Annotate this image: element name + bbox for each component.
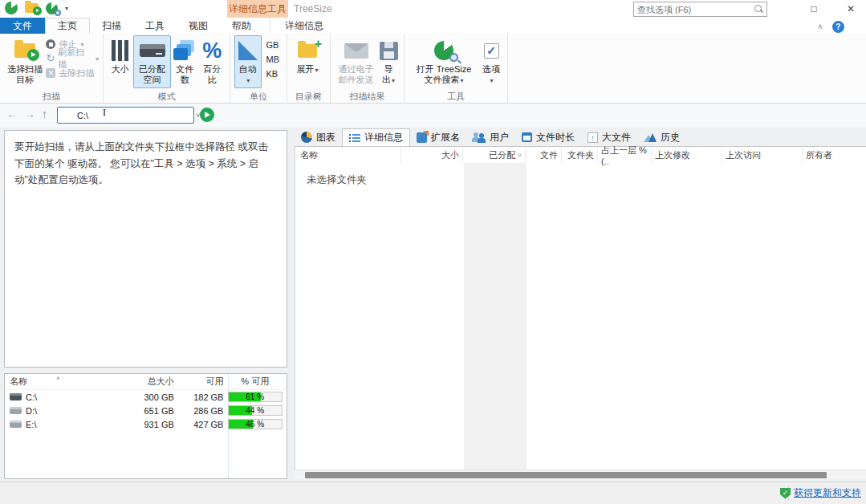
horizontal-scrollbar[interactable]	[295, 469, 866, 479]
send-email-button[interactable]: 通过电子邮件发送	[335, 35, 377, 88]
back-icon[interactable]: ←	[6, 108, 18, 120]
scrollbar-thumb[interactable]	[305, 472, 827, 478]
scan-folder-icon[interactable]	[25, 3, 39, 13]
ribbon-group-tree: 展开▾ 目录树	[287, 34, 331, 103]
ribbon-group-scan: 选择扫描目标 停止 ▾ ↻ 刷新扫描 ▾ ✕ 去除扫描 扫描	[0, 34, 104, 103]
get-updates-link[interactable]: 获得更新和支持	[794, 486, 861, 500]
drives-col-total[interactable]: 总大小	[120, 376, 174, 388]
col-last-accessed[interactable]: 上次访问	[722, 147, 803, 163]
tab-users[interactable]: 用户	[466, 128, 515, 146]
find-options-searchbox[interactable]	[633, 2, 767, 17]
start-scan-button[interactable]	[200, 108, 214, 122]
export-button[interactable]: 导出▾	[377, 35, 400, 88]
drive-row-d[interactable]: D:\ 651 GB 286 GB 44 %	[5, 404, 287, 417]
group-label-mode: 模式	[104, 91, 230, 103]
dropdown-caret-icon: ▾	[96, 55, 99, 63]
ruler-triangle-icon	[238, 41, 258, 60]
options-checkbox-icon: ✓	[484, 43, 499, 59]
select-scan-target-button[interactable]: 选择扫描目标	[4, 35, 46, 88]
select-scan-target-icon	[14, 43, 35, 58]
col-files[interactable]: 文件	[526, 147, 562, 163]
column-chevron-icon[interactable]: ˅	[518, 152, 522, 159]
mode-size-button[interactable]: 大小	[108, 35, 133, 88]
allocated-drive-icon	[140, 44, 165, 57]
results-tab-bar: 图表 详细信息 扩展名 用户 文件时长 ↑大文件 历史	[295, 128, 866, 146]
forward-icon[interactable]: →	[24, 108, 35, 120]
percent-icon: %	[202, 39, 222, 62]
file-count-stack-icon	[173, 40, 196, 61]
col-name[interactable]: 名称	[295, 147, 401, 163]
col-allocated[interactable]: 已分配˅	[463, 147, 526, 163]
remove-scan-icon: ✕	[46, 68, 55, 78]
tab-details-contextual[interactable]: 详细信息	[270, 18, 338, 34]
address-bar: ← → ↑ ˅ I	[0, 104, 866, 128]
tab-home[interactable]: 主页	[45, 18, 90, 34]
expand-button[interactable]: 展开▾	[291, 35, 323, 88]
tab-file-age[interactable]: 文件时长	[515, 128, 581, 146]
drives-col-name[interactable]: 名称	[5, 376, 120, 388]
export-floppy-icon	[380, 42, 398, 60]
tab-details[interactable]: 详细信息	[342, 128, 410, 146]
search-input[interactable]	[634, 5, 754, 14]
open-treesize-search-button[interactable]: 打开 TreeSize 文件搜索▾	[409, 35, 479, 88]
col-last-modified[interactable]: 上次修改	[652, 147, 722, 163]
tab-extensions[interactable]: 扩展名	[410, 128, 466, 146]
maximize-button[interactable]: □	[799, 0, 829, 18]
col-percent-of-parent[interactable]: 占上一层 % (..	[598, 147, 652, 163]
dropdown-caret-icon: ▾	[392, 77, 395, 84]
tab-help[interactable]: 帮助	[220, 18, 263, 34]
path-combobox[interactable]: ˅	[57, 107, 194, 124]
ribbon-group-results: 通过电子邮件发送 导出▾ 扫描结果	[331, 34, 405, 103]
path-input[interactable]	[58, 111, 191, 120]
refresh-scan-button[interactable]: ↻ 刷新扫描 ▾	[46, 53, 99, 64]
collapse-ribbon-icon[interactable]: ˄	[818, 22, 823, 31]
sort-asc-icon: ˄	[56, 375, 60, 382]
instruction-panel: 要开始扫描，请从上面的文件夹下拉框中选择路径 或双击下面的某个 驱动器。 您可以…	[4, 130, 287, 368]
users-icon	[473, 132, 486, 143]
tab-view[interactable]: 视图	[177, 18, 220, 34]
text-cursor: I	[103, 107, 106, 119]
col-owner[interactable]: 所有者	[803, 147, 866, 163]
treesize-search-icon[interactable]	[46, 2, 58, 14]
drive-row-e[interactable]: E:\ 931 GB 427 GB 46 %	[5, 417, 287, 431]
large-files-icon: ↑	[587, 132, 598, 143]
options-button[interactable]: ✓ 选项▾	[479, 35, 503, 88]
contextual-tab-group-header: 详细信息工具	[227, 0, 288, 18]
results-panel: 图表 详细信息 扩展名 用户 文件时长 ↑大文件 历史 名称 大小 已分配˅ 文…	[295, 128, 866, 479]
tab-chart[interactable]: 图表	[295, 128, 342, 146]
unit-mb-button[interactable]: MB	[266, 55, 280, 64]
close-button[interactable]: ✕	[836, 0, 866, 18]
up-icon[interactable]: ↑	[42, 108, 47, 120]
tab-file[interactable]: 文件	[0, 18, 45, 34]
unit-gb-button[interactable]: GB	[266, 40, 280, 50]
ribbon-tab-bar: 文件 主页 扫描 工具 视图 帮助 详细信息	[0, 18, 866, 34]
remove-scan-button[interactable]: ✕ 去除扫描	[46, 67, 99, 79]
stop-icon	[46, 39, 55, 49]
drives-col-pct[interactable]: % 可用	[223, 376, 287, 388]
dropdown-caret-icon: ▾	[246, 77, 250, 84]
quick-access-caret-icon[interactable]: ▾	[65, 5, 68, 12]
quick-access-toolbar: ▾	[5, 2, 68, 14]
tab-tools[interactable]: 工具	[133, 18, 177, 34]
drive-icon	[10, 407, 22, 414]
group-label-tree: 目录树	[287, 91, 330, 103]
col-size[interactable]: 大小	[401, 147, 463, 163]
unit-auto-button[interactable]: 自动▾	[234, 35, 262, 88]
help-icon[interactable]: ?	[832, 21, 844, 33]
window-title: TreeSize	[294, 3, 332, 14]
unit-kb-button[interactable]: KB	[266, 69, 280, 79]
drive-row-c[interactable]: C:\ 300 GB 182 GB 61 %	[5, 390, 287, 404]
drive-icon	[10, 393, 22, 400]
drives-col-free[interactable]: 可用	[174, 376, 224, 388]
size-bars-icon	[112, 40, 116, 61]
col-folders[interactable]: 文件夹	[562, 147, 598, 163]
mode-allocated-button[interactable]: 已分配空间	[133, 35, 172, 88]
tab-scan[interactable]: 扫描	[90, 18, 133, 34]
no-folder-selected-message: 未选择文件夹	[307, 173, 367, 187]
shield-check-icon: ✓	[780, 488, 791, 499]
drives-header: 名称 ˄ 总大小 可用 % 可用	[5, 374, 287, 390]
mode-percent-button[interactable]: % 百分比	[198, 35, 226, 88]
details-header-row: 名称 大小 已分配˅ 文件 文件夹 占上一层 % (.. 上次修改 上次访问 所…	[295, 147, 866, 163]
drive-icon	[10, 421, 22, 428]
mode-file-count-button[interactable]: 文件数	[171, 35, 198, 88]
